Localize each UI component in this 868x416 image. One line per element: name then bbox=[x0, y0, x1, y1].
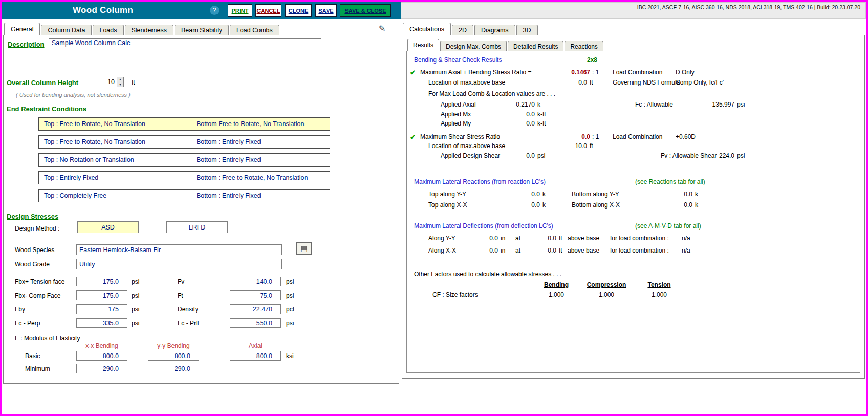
reactions-title: Maximum Lateral Reactions (from reaction… bbox=[414, 178, 546, 185]
pass-check-icon: ✔ bbox=[410, 133, 416, 141]
minimum-xx-input[interactable] bbox=[76, 364, 127, 373]
applied-shear-label: Applied Design Shear bbox=[441, 152, 500, 159]
axial-location-label: Location of max.above base bbox=[428, 79, 505, 86]
print-button[interactable]: PRINT bbox=[228, 4, 252, 17]
deflection-axis-label: Along Y-Y bbox=[428, 235, 455, 242]
height-unit-label: ft bbox=[132, 79, 135, 86]
deflection-location: 0.0 bbox=[526, 247, 556, 254]
above-base-label: above base bbox=[568, 235, 599, 242]
emod-yy-header: y-y Bending bbox=[148, 342, 199, 349]
unit-label: psi bbox=[132, 306, 139, 313]
restraint-top-text: Top : Free to Rotate, No Translation bbox=[44, 120, 145, 128]
density-input[interactable] bbox=[230, 304, 281, 314]
asd-button[interactable]: ASD bbox=[77, 221, 139, 233]
fbx-tension-input[interactable] bbox=[76, 277, 127, 286]
basic-axial-input[interactable] bbox=[230, 351, 281, 361]
save-button[interactable]: SAVE bbox=[315, 4, 337, 17]
subtab-results[interactable]: Results bbox=[407, 39, 439, 51]
restraint-bottom-text: Bottom : Entirely Fixed bbox=[197, 156, 261, 163]
titlebar: Wood Column ? PRINT CANCEL CLONE SAVE SA… bbox=[2, 2, 401, 19]
tab-beam-stability[interactable]: Beam Stability bbox=[175, 25, 229, 35]
design-method-label: Design Method : bbox=[15, 225, 59, 232]
subtab-design-max-combs[interactable]: Design Max. Combs bbox=[440, 41, 507, 51]
unit-label: k bbox=[537, 101, 540, 108]
species-lookup-icon[interactable]: ▤ bbox=[296, 242, 312, 255]
wood-species-input[interactable] bbox=[76, 244, 282, 255]
deflection-value: 0.0 bbox=[467, 247, 498, 254]
edit-pencil-icon[interactable]: ✎ bbox=[379, 24, 385, 33]
fby-input[interactable] bbox=[76, 304, 127, 314]
applied-mx-label: Applied Mx bbox=[441, 111, 471, 118]
save-and-close-button[interactable]: SAVE & CLOSE bbox=[340, 4, 391, 17]
restraint-bottom-text: Bottom Free to Rotate, No Translation bbox=[197, 120, 305, 128]
cancel-button[interactable]: CANCEL bbox=[255, 4, 281, 17]
spinner-down-icon[interactable]: ▼ bbox=[117, 82, 123, 87]
unit-label: psi bbox=[132, 278, 139, 285]
unit-label: psi bbox=[132, 320, 139, 327]
window-title: Wood Column bbox=[73, 5, 133, 15]
for-max-note: For Max Load Comb & Location values are … bbox=[428, 90, 555, 97]
fbx-comp-input[interactable] bbox=[76, 290, 127, 300]
ft-input[interactable] bbox=[230, 290, 281, 300]
subtab-detailed-results[interactable]: Detailed Results bbox=[508, 41, 563, 51]
tab-general[interactable]: General bbox=[4, 23, 40, 35]
member-size-link[interactable]: 2x8 bbox=[587, 56, 597, 64]
restraint-option-3[interactable]: Top : No Rotation or Translation Bottom … bbox=[38, 153, 330, 167]
fc-prll-label: Fc - Prll bbox=[178, 320, 199, 327]
tab-slenderness[interactable]: Slenderness bbox=[125, 25, 174, 35]
clone-button[interactable]: CLONE bbox=[285, 4, 312, 17]
results-section-title: Bending & Shear Check Results bbox=[414, 56, 502, 64]
tab-3d[interactable]: 3D bbox=[516, 25, 538, 35]
factor-header-tension: Tension bbox=[636, 281, 682, 288]
reaction-value: 0.0 bbox=[652, 191, 692, 198]
ft-label: Ft bbox=[178, 292, 183, 299]
applied-axial-value: 0.2170 bbox=[494, 101, 535, 108]
reaction-label: Top along X-X bbox=[428, 201, 467, 209]
tab-load-combs[interactable]: Load Combs bbox=[230, 25, 279, 35]
restraint-top-text: Top : No Rotation or Translation bbox=[44, 156, 134, 163]
fv-allowable-value: 224.0 bbox=[693, 152, 734, 159]
description-input[interactable]: Sample Wood Column Calc bbox=[49, 38, 321, 67]
unit-label: psi bbox=[132, 292, 139, 299]
fv-input[interactable] bbox=[230, 277, 281, 286]
fc-perp-input[interactable] bbox=[76, 318, 127, 328]
fc-allowable-label: Fc : Allowable bbox=[635, 101, 673, 108]
reaction-label: Top along Y-Y bbox=[428, 191, 466, 198]
cf-bending-value: 1.000 bbox=[536, 291, 577, 298]
restraint-option-5[interactable]: Top : Completely Free Bottom : Entirely … bbox=[38, 189, 330, 202]
restraint-option-1[interactable]: Top : Free to Rotate, No Translation Bot… bbox=[38, 117, 330, 131]
minimum-yy-input[interactable] bbox=[148, 364, 199, 373]
shear-location-value: 10.0 bbox=[556, 142, 587, 150]
design-stresses-label: Design Stresses bbox=[7, 213, 58, 220]
help-icon[interactable]: ? bbox=[210, 6, 219, 15]
tab-column-data[interactable]: Column Data bbox=[41, 25, 92, 35]
fbx-tension-label: Fbx+ Tension face bbox=[15, 278, 65, 285]
subtab-reactions[interactable]: Reactions bbox=[565, 41, 603, 51]
lrfd-button[interactable]: LRFD bbox=[166, 221, 228, 233]
density-label: Density bbox=[178, 306, 198, 313]
column-height-input[interactable] bbox=[93, 77, 117, 87]
basic-xx-input[interactable] bbox=[76, 351, 127, 361]
applied-shear-value: 0.0 bbox=[494, 152, 535, 159]
ratio-suffix: : 1 bbox=[592, 69, 599, 76]
unit-label: psi bbox=[286, 278, 294, 285]
basic-yy-input[interactable] bbox=[148, 351, 199, 361]
wood-column-window: Wood Column ? PRINT CANCEL CLONE SAVE SA… bbox=[0, 0, 868, 416]
at-label: at bbox=[515, 247, 520, 254]
tab-calculations[interactable]: Calculations bbox=[403, 23, 451, 35]
reaction-label: Bottom along Y-Y bbox=[572, 191, 619, 198]
reaction-value: 0.0 bbox=[499, 191, 540, 198]
fc-prll-input[interactable] bbox=[230, 318, 281, 328]
restraint-option-2[interactable]: Top : Free to Rotate, No Translation Bot… bbox=[38, 135, 330, 149]
restraint-top-text: Top : Entirely Fixed bbox=[44, 174, 98, 181]
spinner-up-icon[interactable]: ▲ bbox=[117, 77, 123, 82]
tab-diagrams[interactable]: Diagrams bbox=[474, 25, 515, 35]
fbx-comp-label: Fbx- Comp Face bbox=[15, 292, 60, 299]
tab-loads[interactable]: Loads bbox=[93, 25, 123, 35]
unit-label: psi bbox=[737, 152, 745, 159]
wood-grade-input[interactable] bbox=[76, 259, 282, 269]
fby-label: Fby bbox=[15, 306, 25, 313]
restraint-option-4[interactable]: Top : Entirely Fixed Bottom : Free to Ro… bbox=[38, 171, 330, 184]
basic-unit-label: ksi bbox=[286, 352, 294, 360]
tab-2d[interactable]: 2D bbox=[452, 25, 473, 35]
